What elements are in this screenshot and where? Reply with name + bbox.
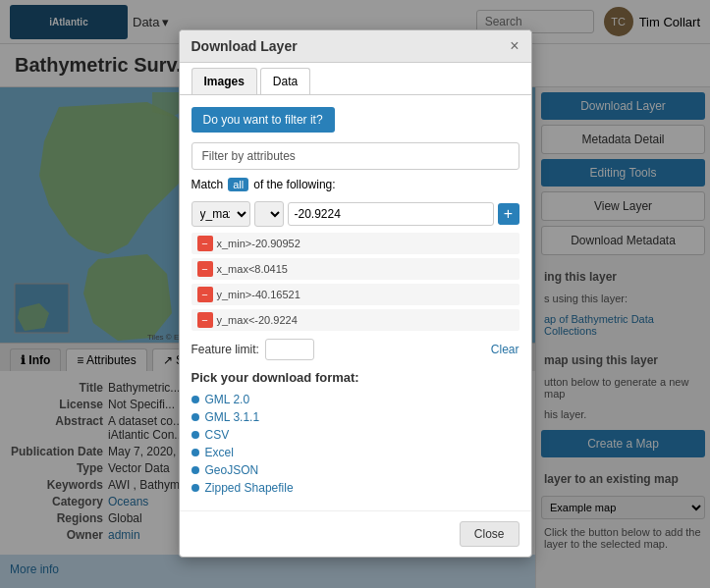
feature-limit-label: Feature limit:: [191, 343, 259, 356]
modal-tabs: Images Data: [180, 63, 531, 95]
filter-tag-row-1: − x_min>-20.90952: [191, 233, 519, 254]
filter-tag-row-4: − y_max<-20.9224: [191, 309, 519, 331]
format-gml311-link[interactable]: GML 3.1.1: [205, 410, 260, 424]
match-row: Match all of the following:: [191, 178, 519, 191]
remove-filter-button-3[interactable]: −: [197, 287, 213, 302]
modal-tab-data[interactable]: Data: [260, 68, 310, 94]
format-excel-link[interactable]: Excel: [205, 446, 234, 459]
feature-limit-row: Feature limit: Clear: [191, 339, 519, 360]
format-gml20-link[interactable]: GML 2.0: [205, 393, 250, 406]
feature-limit-input[interactable]: [265, 339, 314, 360]
remove-filter-button-2[interactable]: −: [197, 261, 213, 277]
format-bullet-2: [191, 413, 199, 421]
list-item: GML 2.0: [191, 393, 519, 406]
modal-close-btn[interactable]: Close: [460, 521, 519, 547]
format-list: GML 2.0 GML 3.1.1 CSV Excel GeoJSON: [191, 393, 519, 495]
filter-tag-2: x_max<8.0415: [217, 263, 288, 275]
format-bullet-5: [191, 466, 199, 474]
filter-tag-1: x_min>-20.90952: [217, 238, 300, 249]
filter-toggle-button[interactable]: Do you want to filter it?: [191, 107, 335, 133]
download-format-title: Pick your download format:: [191, 370, 519, 385]
list-item: GML 3.1.1: [191, 410, 519, 424]
filter-tag-4: y_max<-20.9224: [217, 314, 298, 326]
filter-val-input[interactable]: [288, 202, 494, 226]
add-filter-button[interactable]: +: [498, 203, 519, 225]
modal-body: Do you want to filter it? Filter by attr…: [180, 95, 531, 510]
list-item: CSV: [191, 428, 519, 442]
filter-main-row: y_max < +: [191, 201, 519, 227]
filter-tag-row-2: − x_max<8.0415: [191, 258, 519, 280]
modal-footer: Close: [180, 510, 531, 557]
modal-tab-images[interactable]: Images: [191, 68, 257, 94]
format-bullet-4: [191, 449, 199, 456]
format-bullet-3: [191, 431, 199, 439]
format-shapefile-link[interactable]: Zipped Shapefile: [205, 481, 294, 495]
list-item: GeoJSON: [191, 463, 519, 477]
modal-overlay: Download Layer × Images Data Do you want…: [0, 0, 710, 588]
modal-title: Download Layer: [191, 38, 298, 54]
all-badge: all: [228, 178, 248, 191]
list-item: Excel: [191, 446, 519, 459]
download-layer-modal: Download Layer × Images Data Do you want…: [179, 29, 532, 558]
clear-link[interactable]: Clear: [491, 343, 519, 356]
modal-header: Download Layer ×: [180, 30, 531, 63]
filter-op-select[interactable]: <: [254, 201, 284, 227]
modal-close-button[interactable]: ×: [510, 38, 519, 54]
remove-filter-button-1[interactable]: −: [197, 236, 213, 251]
filter-by-attributes-box: Filter by attributes: [191, 142, 519, 170]
filter-tag-row-3: − y_min>-40.16521: [191, 284, 519, 305]
filter-field-select[interactable]: y_max: [191, 201, 250, 227]
filter-tag-3: y_min>-40.16521: [217, 289, 300, 300]
list-item: Zipped Shapefile: [191, 481, 519, 495]
format-csv-link[interactable]: CSV: [205, 428, 230, 442]
format-bullet-1: [191, 396, 199, 403]
format-bullet-6: [191, 484, 199, 492]
remove-filter-button-4[interactable]: −: [197, 312, 213, 328]
format-geojson-link[interactable]: GeoJSON: [205, 463, 259, 477]
